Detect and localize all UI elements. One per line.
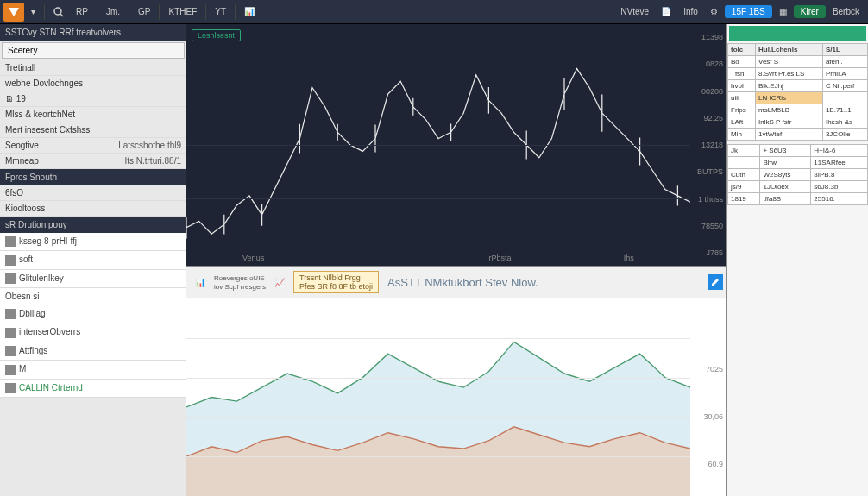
main-chart[interactable]: Leshlsesnt VenusrPbstaIhs 11398082800208… bbox=[186, 24, 726, 266]
table-row[interactable]: CuthW2S8yts8IPB.8 bbox=[728, 169, 868, 181]
tb-bell-icon[interactable]: ▦ bbox=[774, 3, 792, 22]
sidebar-row[interactable]: 🗎 19 bbox=[0, 91, 186, 107]
panel-item[interactable]: Dblllag bbox=[0, 305, 186, 323]
panel-item[interactable]: soft bbox=[0, 251, 186, 269]
sidebar-tab[interactable]: Scerery bbox=[2, 42, 185, 59]
table-row[interactable]: uiitLN tCRis bbox=[728, 92, 868, 104]
rp-status-box bbox=[729, 26, 866, 41]
blue-pill[interactable]: 15F 1BS bbox=[725, 5, 772, 18]
sidebar-section-3: sR Drution pouy bbox=[0, 217, 186, 233]
back-button[interactable]: Berbck bbox=[827, 3, 865, 22]
lower-yaxis: 702530,0660.9 bbox=[690, 298, 726, 496]
svg-point-0 bbox=[54, 8, 61, 15]
sidebar-row[interactable]: Tretinall bbox=[0, 60, 186, 76]
sidebar-header: SSTCvy STN RRf treatvolvers bbox=[0, 24, 186, 41]
lower-series bbox=[186, 298, 690, 496]
tb-right-0[interactable]: NVteve bbox=[615, 3, 654, 22]
data-table-2: Jk+ S6U3H+I&-6Bhw11SARfeeCuthW2S8yts8IPB… bbox=[727, 144, 868, 205]
panel-item[interactable]: CALLIN Ctrternd bbox=[0, 380, 186, 398]
sidebar-row[interactable]: Kiooltooss bbox=[0, 201, 186, 217]
table-row[interactable]: js/91JOloexs6J8.3b bbox=[728, 181, 868, 193]
table-row[interactable]: Jk+ S6U3H+I&-6 bbox=[728, 145, 868, 157]
chart-yaxis: 1139808280020892.2513218BUTPS1 thuss7855… bbox=[690, 24, 726, 266]
separator bbox=[129, 4, 129, 20]
panel-item[interactable]: M bbox=[0, 361, 186, 379]
app-logo-button[interactable] bbox=[3, 3, 24, 22]
lt-icon-1[interactable]: 📊 bbox=[190, 273, 211, 292]
panel-item[interactable]: Obesn si bbox=[0, 288, 186, 305]
sidebar-row[interactable]: MmneapIts N.trturi.88/1 bbox=[0, 154, 186, 169]
sidebar-row[interactable]: 6fsO bbox=[0, 185, 186, 201]
panel-item[interactable]: Attfings bbox=[0, 342, 186, 361]
sidebar-row[interactable]: SeogtiveLatscshothe thl9 bbox=[0, 138, 186, 154]
lt-group-0: Roeverges oUIE iov Scpf rresgers bbox=[214, 274, 266, 291]
lt-tab[interactable]: Trssnt Nllbld Frgg Pfes SR f8 8F tb etoj… bbox=[293, 271, 379, 293]
lower-chart[interactable]: 702530,0660.9 bbox=[186, 298, 726, 496]
search-icon[interactable] bbox=[48, 3, 69, 22]
separator bbox=[235, 4, 236, 20]
data-table-1: tolcHul.LchenlsS/1L BdVesf Safenl.Tfsn8.… bbox=[727, 43, 868, 141]
table-row[interactable]: FripsmsLM5LB1E.71..1 bbox=[728, 104, 868, 116]
sidebar-row[interactable]: webhe Dovlochnges bbox=[0, 76, 186, 91]
panel-item[interactable]: intenserObverrs bbox=[0, 323, 186, 342]
table-row[interactable]: Bhw11SARfee bbox=[728, 157, 868, 169]
sidebar-section-2: Fpros Snouth bbox=[0, 169, 186, 185]
lower-toolbar: 📊 Roeverges oUIE iov Scpf rresgers 📈 Trs… bbox=[186, 266, 726, 298]
sidebar-row[interactable]: Mert insesent Cxfshss bbox=[0, 122, 186, 138]
edit-icon[interactable] bbox=[708, 274, 723, 290]
table-row[interactable]: LAftInlkS P fsfrIhesh &s bbox=[728, 116, 868, 129]
separator bbox=[44, 4, 45, 20]
search-label[interactable]: RP bbox=[71, 3, 93, 22]
right-panel: tolcHul.LchenlsS/1L BdVesf Safenl.Tfsn8.… bbox=[726, 24, 868, 496]
lower-title: AsSTT NMktukbort Sfev Nlow. bbox=[382, 276, 538, 289]
table-row[interactable]: BdVesf Safenl. bbox=[728, 56, 868, 68]
chart-xaxis: VenusrPbstaIhs bbox=[186, 250, 690, 266]
table-row[interactable]: Mih1vtWtef3JCOlle bbox=[728, 129, 868, 141]
sidebar-row[interactable]: Mlss & keortchNet bbox=[0, 107, 186, 122]
tb-item-3[interactable]: YT bbox=[210, 3, 231, 22]
table-row[interactable]: Tfsn8.Svrt Pf.es LSPrnil.A bbox=[728, 68, 868, 80]
separator bbox=[97, 4, 97, 20]
green-pill[interactable]: Kirer bbox=[794, 5, 826, 18]
tb-doc-icon[interactable]: 📄 bbox=[656, 3, 676, 22]
separator bbox=[205, 4, 206, 20]
left-sidebar: SSTCvy STN RRf treatvolvers Scerery Tret… bbox=[0, 24, 186, 496]
panel-item[interactable]: ksseg 8-prHl-ffj bbox=[0, 233, 186, 251]
tb-item-1[interactable]: GP bbox=[133, 3, 155, 22]
tb-item-0[interactable]: Jm. bbox=[101, 3, 125, 22]
separator bbox=[159, 4, 160, 20]
tb-item-2[interactable]: KTHEF bbox=[163, 3, 202, 22]
top-toolbar: ▾ RP Jm. GP KTHEF YT 📊 NVteve 📄 Info ⚙ 1… bbox=[0, 0, 868, 24]
svg-line-1 bbox=[60, 14, 63, 16]
lt-icon-2[interactable]: 📈 bbox=[269, 273, 290, 292]
center-area: Leshlsesnt VenusrPbstaIhs 11398082800208… bbox=[186, 24, 726, 496]
panel-item[interactable]: Glitulenlkey bbox=[0, 270, 186, 288]
tb-chart-icon[interactable]: 📊 bbox=[239, 3, 260, 22]
chart-badge[interactable]: Leshlsesnt bbox=[192, 29, 241, 41]
table-row[interactable]: 1819tffa8S25516. bbox=[728, 193, 868, 205]
dropdown-button[interactable]: ▾ bbox=[26, 3, 41, 22]
table-row[interactable]: hvohBik.EJhjC Nil.perf bbox=[728, 80, 868, 92]
tb-settings-icon[interactable]: ⚙ bbox=[705, 3, 723, 22]
tb-right-1[interactable]: Info bbox=[678, 3, 703, 22]
